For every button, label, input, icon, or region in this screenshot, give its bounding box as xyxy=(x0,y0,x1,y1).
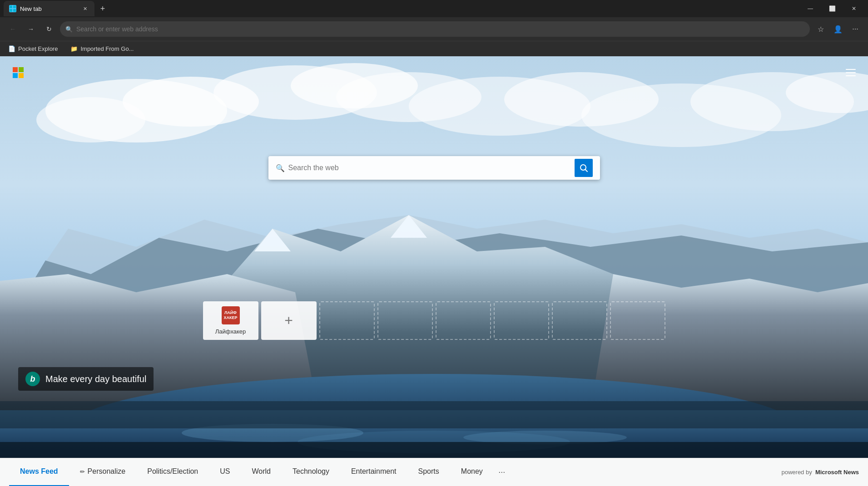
favorites-bar: 📄 Pocket Explore 📁 Imported From Go... xyxy=(0,41,868,56)
svg-point-7 xyxy=(36,97,145,142)
news-feed-label: News Feed xyxy=(20,467,58,476)
news-tab-newsfeed[interactable]: News Feed xyxy=(9,458,69,486)
politics-label: Politics/Election xyxy=(147,467,198,476)
active-tab[interactable]: New tab ✕ xyxy=(4,1,94,16)
add-site-plus-icon: + xyxy=(284,312,293,329)
address-bar: ← → ↻ 🔍 ☆ 👤 ··· xyxy=(0,17,868,41)
more-icon: ··· xyxy=(498,467,505,477)
money-label: Money xyxy=(461,467,483,476)
news-tab-entertainment[interactable]: Entertainment xyxy=(340,458,407,486)
favorite-imported[interactable]: 📁 Imported From Go... xyxy=(68,44,136,54)
svg-line-34 xyxy=(585,170,587,172)
personalize-label: Personalize xyxy=(88,467,126,476)
pocket-explore-icon: 📄 xyxy=(8,45,15,53)
pocket-explore-label: Pocket Explore xyxy=(18,45,58,52)
quick-link-empty-1[interactable] xyxy=(319,301,375,340)
svg-marker-28 xyxy=(0,401,868,428)
favorite-pocket-explore[interactable]: 📄 Pocket Explore xyxy=(5,44,60,54)
background-scene xyxy=(0,56,868,486)
address-input[interactable] xyxy=(76,25,804,33)
news-more-button[interactable]: ··· xyxy=(494,464,510,481)
bing-tagline: Make every day beautiful xyxy=(45,374,146,384)
quick-link-empty-4[interactable] xyxy=(494,301,549,340)
lifehacker-favicon: ЛАЙФХАКЕР xyxy=(222,306,240,324)
imported-label: Imported From Go... xyxy=(80,45,134,52)
search-icon: 🔍 xyxy=(65,26,73,33)
svg-rect-1 xyxy=(13,5,16,8)
window-controls: — ⬜ ✕ xyxy=(800,0,864,17)
technology-label: Technology xyxy=(293,467,329,476)
search-center: 🔍 xyxy=(268,156,600,180)
tab-title: New tab xyxy=(20,5,77,12)
powered-by-prefix: powered by xyxy=(781,469,812,476)
ms-logo-green xyxy=(19,67,24,72)
settings-more-button[interactable]: ··· xyxy=(848,22,863,36)
web-search-input[interactable] xyxy=(288,164,571,172)
forward-button[interactable]: → xyxy=(24,22,38,36)
add-site-button[interactable]: + xyxy=(261,301,317,340)
new-tab-button[interactable]: + xyxy=(96,2,109,15)
ms-logo-blue xyxy=(13,73,18,78)
news-tab-money[interactable]: Money xyxy=(450,458,494,486)
reload-button[interactable]: ↻ xyxy=(42,22,56,36)
powered-by-brand: Microsoft News xyxy=(815,469,859,476)
ms-logo-yellow xyxy=(19,73,24,78)
news-tab-technology[interactable]: Technology xyxy=(282,458,340,486)
web-search-box[interactable]: 🔍 xyxy=(268,156,600,180)
address-input-container[interactable]: 🔍 xyxy=(60,21,810,37)
close-button[interactable]: ✕ xyxy=(843,0,864,17)
quick-link-empty-3[interactable] xyxy=(436,301,491,340)
newtab-page: 🔍 ЛАЙФХАКЕР Лайфхакер + xyxy=(0,56,868,486)
browser-chrome: New tab ✕ + — ⬜ ✕ ← → ↻ 🔍 ☆ 👤 ··· 📄 Pock… xyxy=(0,0,868,56)
news-tab-politics[interactable]: Politics/Election xyxy=(136,458,209,486)
world-label: World xyxy=(252,467,271,476)
microsoft-logo-button[interactable] xyxy=(9,64,27,82)
minimize-button[interactable]: — xyxy=(800,0,821,17)
svg-rect-31 xyxy=(846,72,856,73)
quick-link-empty-2[interactable] xyxy=(377,301,433,340)
tab-close-button[interactable]: ✕ xyxy=(81,5,89,13)
news-tab-personalize[interactable]: ✏ Personalize xyxy=(69,458,137,486)
microsoft-logo xyxy=(13,67,24,78)
bing-logo: b xyxy=(25,372,40,386)
personalize-icon: ✏ xyxy=(80,468,85,475)
back-button[interactable]: ← xyxy=(5,22,20,36)
svg-rect-0 xyxy=(10,5,12,8)
powered-by: powered by Microsoft News xyxy=(781,469,859,476)
account-button[interactable]: 👤 xyxy=(831,22,845,36)
ms-logo-red xyxy=(13,67,18,72)
quick-links-container: ЛАЙФХАКЕР Лайфхакер + xyxy=(203,301,665,340)
web-search-icon: 🔍 xyxy=(276,164,285,172)
news-tab-us[interactable]: US xyxy=(209,458,241,486)
hamburger-menu-button[interactable] xyxy=(843,64,859,81)
favorites-button[interactable]: ☆ xyxy=(813,22,828,36)
toolbar-icons: ☆ 👤 ··· xyxy=(813,22,863,36)
quick-link-lifehacker[interactable]: ЛАЙФХАКЕР Лайфхакер xyxy=(203,301,258,340)
news-feed-bar: News Feed ✏ Personalize Politics/Electio… xyxy=(0,458,868,486)
bing-branding[interactable]: b Make every day beautiful xyxy=(18,367,154,391)
news-tab-sports[interactable]: Sports xyxy=(407,458,450,486)
web-search-button[interactable] xyxy=(575,159,593,177)
us-label: US xyxy=(220,467,230,476)
tab-favicon xyxy=(9,5,16,12)
tab-bar: New tab ✕ + — ⬜ ✕ xyxy=(0,0,868,17)
maximize-button[interactable]: ⬜ xyxy=(822,0,843,17)
svg-rect-2 xyxy=(10,9,12,12)
page-top-bar xyxy=(0,56,868,89)
svg-rect-3 xyxy=(13,9,16,12)
quick-link-empty-5[interactable] xyxy=(552,301,607,340)
entertainment-label: Entertainment xyxy=(351,467,397,476)
sports-label: Sports xyxy=(418,467,439,476)
quick-link-empty-6[interactable] xyxy=(610,301,665,340)
news-tab-world[interactable]: World xyxy=(241,458,282,486)
imported-folder-icon: 📁 xyxy=(70,45,78,53)
svg-rect-30 xyxy=(846,69,856,70)
svg-rect-32 xyxy=(846,75,856,76)
lifehacker-label: Лайфхакер xyxy=(215,328,246,335)
